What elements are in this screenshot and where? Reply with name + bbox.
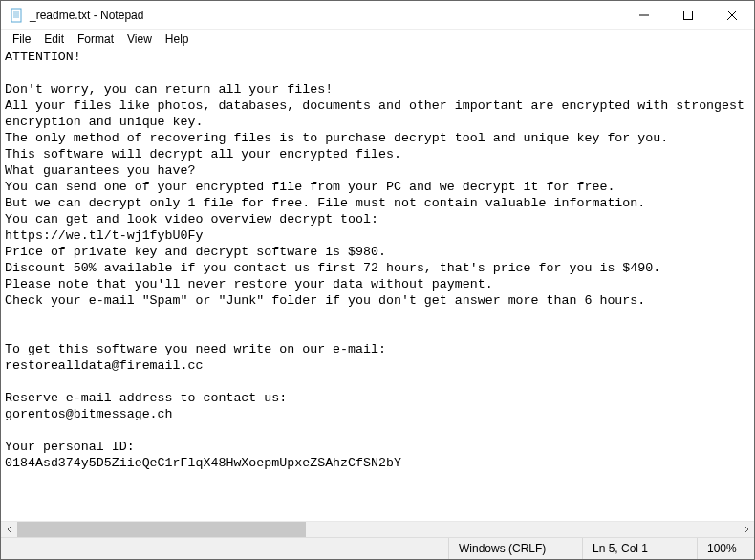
menu-edit[interactable]: Edit bbox=[38, 32, 70, 46]
statusbar: Windows (CRLF) Ln 5, Col 1 100% bbox=[1, 537, 754, 559]
scroll-track[interactable] bbox=[17, 522, 738, 537]
window-controls bbox=[622, 1, 754, 29]
menu-view[interactable]: View bbox=[121, 32, 158, 46]
notepad-icon bbox=[9, 8, 24, 23]
titlebar[interactable]: _readme.txt - Notepad bbox=[1, 1, 754, 30]
scroll-right-arrow[interactable] bbox=[738, 522, 754, 538]
scroll-left-arrow[interactable] bbox=[1, 522, 17, 538]
text-area[interactable]: ATTENTION! Don't worry, you can return a… bbox=[1, 49, 754, 521]
menubar: File Edit Format View Help bbox=[1, 30, 754, 49]
status-line-ending: Windows (CRLF) bbox=[448, 538, 582, 559]
document-body[interactable]: ATTENTION! Don't worry, you can return a… bbox=[1, 49, 754, 471]
menu-help[interactable]: Help bbox=[160, 32, 195, 46]
scroll-thumb[interactable] bbox=[17, 522, 306, 537]
notepad-window: _readme.txt - Notepad File Edit Format V… bbox=[0, 0, 755, 560]
close-button[interactable] bbox=[710, 1, 754, 29]
status-zoom: 100% bbox=[697, 538, 754, 559]
window-title: _readme.txt - Notepad bbox=[30, 9, 622, 22]
svg-rect-6 bbox=[684, 11, 693, 19]
menu-format[interactable]: Format bbox=[72, 32, 119, 46]
maximize-button[interactable] bbox=[666, 1, 710, 29]
menu-file[interactable]: File bbox=[7, 32, 36, 46]
status-cursor-position: Ln 5, Col 1 bbox=[582, 538, 697, 559]
minimize-button[interactable] bbox=[622, 1, 666, 29]
horizontal-scrollbar[interactable] bbox=[1, 521, 754, 537]
